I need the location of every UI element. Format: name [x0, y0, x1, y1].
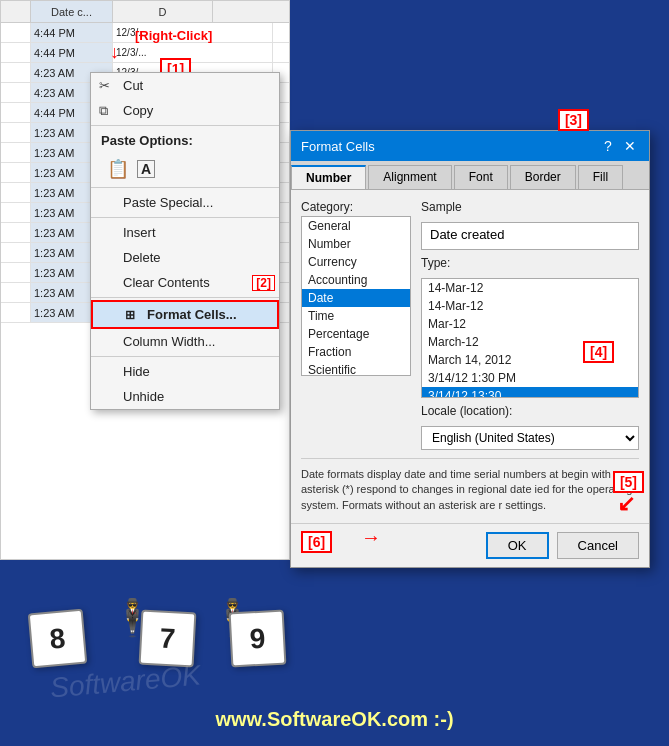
cancel-button[interactable]: Cancel: [557, 532, 639, 559]
menu-item-hide[interactable]: Hide: [91, 359, 279, 384]
dialog-titlebar: Format Cells ? ✕: [291, 131, 649, 161]
locale-row: English (United States): [421, 426, 639, 450]
right-panel: Sample Date created Type: 14-Mar-12 14-M…: [421, 200, 639, 450]
menu-item-cut[interactable]: ✂ Cut: [91, 73, 279, 98]
close-button[interactable]: ✕: [621, 137, 639, 155]
tile-9: 9: [229, 610, 287, 668]
locale-select[interactable]: English (United States): [421, 426, 639, 450]
tab-fill[interactable]: Fill: [578, 165, 623, 189]
paste-icon: 📋: [107, 158, 129, 180]
type-mar12[interactable]: Mar-12: [422, 315, 638, 333]
menu-item-clear-contents[interactable]: Clear Contents [2]: [91, 270, 279, 295]
col-header-b: Date c...: [31, 1, 113, 22]
type-14mar12-2[interactable]: 14-Mar-12: [422, 297, 638, 315]
context-menu: ✂ Cut ⧉ Copy Paste Options: 📋 A Paste Sp…: [90, 72, 280, 410]
cat-general[interactable]: General: [302, 217, 410, 235]
arrow-down-annotation: ↓: [110, 42, 119, 63]
dialog-title-buttons: ? ✕: [599, 137, 639, 155]
cut-icon: ✂: [99, 78, 110, 93]
type-3141230pm[interactable]: 3/14/12 1:30 PM: [422, 369, 638, 387]
menu-item-paste-options: Paste Options:: [91, 128, 279, 153]
category-label: Category:: [301, 200, 411, 214]
col-header-d: D: [113, 1, 213, 22]
ok-button[interactable]: OK: [486, 532, 549, 559]
menu-item-unhide[interactable]: Unhide: [91, 384, 279, 409]
category-section: Category: General Number Currency Accoun…: [301, 200, 411, 450]
menu-item-delete[interactable]: Delete: [91, 245, 279, 270]
cat-currency[interactable]: Currency: [302, 253, 410, 271]
menu-item-paste-special[interactable]: Paste Special...: [91, 190, 279, 215]
table-row: 4:44 PM12/3/...: [1, 43, 289, 63]
description-text: Date formats display date and time seria…: [301, 458, 639, 513]
annotation-3: [3]: [558, 109, 589, 131]
arrow-6: →: [361, 526, 381, 549]
menu-separator-1: [91, 125, 279, 126]
copy-icon: ⧉: [99, 103, 108, 119]
category-list[interactable]: General Number Currency Accounting Date …: [301, 216, 411, 376]
cat-fraction[interactable]: Fraction: [302, 343, 410, 361]
type-14mar12-1[interactable]: 14-Mar-12: [422, 279, 638, 297]
type-label: Type:: [421, 256, 639, 270]
tab-border[interactable]: Border: [510, 165, 576, 189]
locale-label: Locale (location):: [421, 404, 639, 418]
format-cells-dialog: Format Cells ? ✕ [3] Number Alignment Fo…: [290, 130, 650, 568]
annotation-2: [2]: [252, 275, 275, 291]
menu-item-column-width[interactable]: Column Width...: [91, 329, 279, 354]
cat-scientific[interactable]: Scientific: [302, 361, 410, 376]
tab-number[interactable]: Number: [291, 165, 366, 189]
type-list[interactable]: 14-Mar-12 14-Mar-12 Mar-12 March-12 Marc…: [421, 278, 639, 398]
decoration-area: 8 🕴 7 🕴 9: [20, 586, 270, 666]
cat-accounting[interactable]: Accounting: [302, 271, 410, 289]
menu-separator-5: [91, 356, 279, 357]
paste-format-icon: A: [137, 160, 155, 178]
dialog-main-row: Category: General Number Currency Accoun…: [301, 200, 639, 450]
help-button[interactable]: ?: [599, 137, 617, 155]
col-header-a: [1, 1, 31, 22]
column-headers: Date c... D: [1, 1, 289, 23]
menu-separator-3: [91, 217, 279, 218]
tile-8: 8: [28, 609, 88, 669]
menu-item-format-cells[interactable]: ⊞ Format Cells...: [91, 300, 279, 329]
format-cells-icon: ⊞: [125, 308, 135, 322]
dialog-tabs: Number Alignment Font Border Fill: [291, 161, 649, 190]
menu-separator-2: [91, 187, 279, 188]
watermark: SoftwareOK: [49, 659, 202, 704]
arrow-5: ↙: [617, 491, 635, 517]
cat-date[interactable]: Date: [302, 289, 410, 307]
annotation-5: [5]: [613, 471, 644, 493]
tab-font[interactable]: Font: [454, 165, 508, 189]
dialog-footer: [6] → OK Cancel: [291, 523, 649, 567]
bottom-bar: 8 🕴 7 🕴 9 SoftwareOK www.SoftwareOK.com …: [0, 586, 669, 746]
cat-percentage[interactable]: Percentage: [302, 325, 410, 343]
menu-item-insert[interactable]: Insert: [91, 220, 279, 245]
menu-separator-4: [91, 297, 279, 298]
menu-item-copy[interactable]: ⧉ Copy: [91, 98, 279, 123]
sample-label: Sample: [421, 200, 639, 214]
type-31412-1330[interactable]: 3/14/12 13:30: [422, 387, 638, 398]
cat-time[interactable]: Time: [302, 307, 410, 325]
right-click-annotation: [Right-Click]: [135, 28, 212, 43]
tab-alignment[interactable]: Alignment: [368, 165, 451, 189]
annotation-4: [4]: [583, 341, 614, 363]
tile-7: 7: [139, 610, 197, 668]
annotation-6: [6]: [301, 531, 332, 553]
sample-box: Date created: [421, 222, 639, 250]
menu-item-paste-icon[interactable]: 📋 A: [91, 153, 279, 185]
footer-url: www.SoftwareOK.com :-): [215, 708, 453, 731]
cat-number[interactable]: Number: [302, 235, 410, 253]
dialog-body: Category: General Number Currency Accoun…: [291, 190, 649, 523]
dialog-title: Format Cells: [301, 139, 375, 154]
